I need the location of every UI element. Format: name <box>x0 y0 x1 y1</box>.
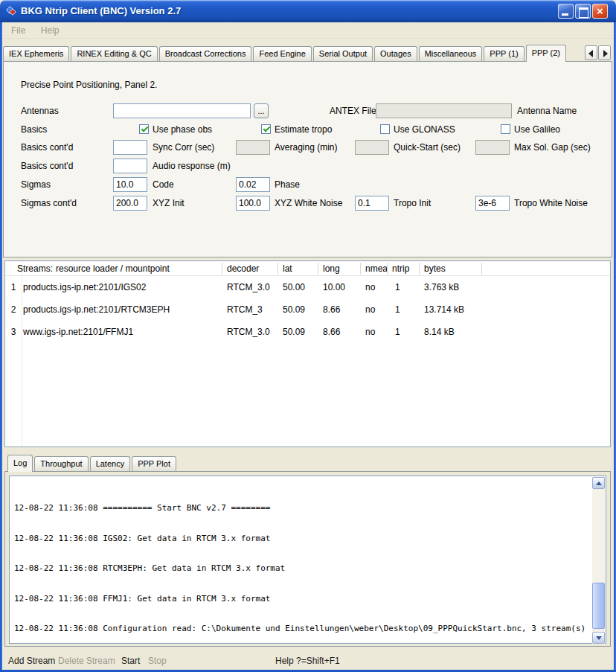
lat-cell: 50.09 <box>283 321 305 343</box>
log-lines: 12-08-22 11:36:08 ========== Start BNC v… <box>10 477 591 642</box>
xyz-init-input[interactable] <box>113 196 147 211</box>
start-button[interactable]: Start <box>121 656 140 666</box>
nmea-cell: no <box>365 298 375 321</box>
tab-serial-output[interactable]: Serial Output <box>313 46 373 61</box>
decoder-cell: RTCM_3 <box>227 298 263 321</box>
tab-outages[interactable]: Outages <box>374 46 417 61</box>
streams-table: Streams: resource loader / mountpoint de… <box>4 260 611 447</box>
ntrip-cell: 1 <box>395 321 400 343</box>
ntrip-cell: 1 <box>395 276 400 298</box>
audio-response-input[interactable] <box>113 159 147 173</box>
log-line: 12-08-22 11:36:08 RTCM3EPH: Get data in … <box>14 563 591 574</box>
close-button[interactable] <box>592 4 608 19</box>
sigma-code-input[interactable] <box>113 177 147 192</box>
tab-ppp-plot[interactable]: PPP Plot <box>132 456 176 471</box>
row-number: 1 <box>5 276 22 298</box>
antex-file-input[interactable] <box>113 103 251 118</box>
window-border-left <box>0 21 2 670</box>
tab-ppp-1[interactable]: PPP (1) <box>484 46 524 61</box>
use-galileo-checkbox[interactable] <box>501 124 510 134</box>
minimize-button[interactable] <box>558 4 574 19</box>
lat-cell: 50.09 <box>283 298 305 321</box>
app-icon <box>5 5 17 17</box>
decoder-cell: RTCM_3.0 <box>227 276 270 298</box>
stream-row-2[interactable]: 2 products.igs-ip.net:2101/RTCM3EPH RTCM… <box>5 298 610 321</box>
delete-stream-button[interactable]: Delete Stream <box>58 656 115 666</box>
use-galileo-label: Use Galileo <box>514 124 560 135</box>
sigmas-contd-label: Sigmas cont'd <box>21 198 77 208</box>
row-number: 3 <box>5 321 22 343</box>
log-scrollbar[interactable] <box>592 477 605 644</box>
averaging-label: Averaging (min) <box>275 142 337 153</box>
log-line: 12-08-22 11:36:08 Configuration read: C:… <box>14 624 591 634</box>
stop-button[interactable]: Stop <box>148 656 167 666</box>
footer-bar: Add Stream Delete Stream Start Stop Help… <box>2 649 614 670</box>
streams-header-title: Streams: <box>17 261 53 276</box>
tab-scroll-left-button[interactable] <box>585 45 597 60</box>
log-output[interactable]: 12-08-22 11:36:08 ========== Start BNC v… <box>9 476 606 644</box>
use-glonass-label: Use GLONASS <box>394 124 455 135</box>
tab-broadcast-corrections[interactable]: Broadcast Corrections <box>159 46 252 61</box>
bytes-cell: 8.14 kB <box>424 321 455 343</box>
tab-feed-engine[interactable]: Feed Engine <box>253 46 311 61</box>
antex-browse-button[interactable]: ... <box>254 103 269 118</box>
antenna-name-label: Antenna Name <box>517 106 577 116</box>
xyz-white-noise-label: XYZ White Noise <box>275 198 342 208</box>
antennas-label: Antennas <box>21 106 59 116</box>
output-tab-bar: Log Throughput Latency PPP Plot <box>7 455 178 471</box>
sigma-phase-input[interactable] <box>236 177 270 192</box>
averaging-input <box>236 140 270 155</box>
basics-contd-label: Basics cont'd <box>21 142 73 153</box>
quick-start-input <box>355 140 389 155</box>
menu-help[interactable]: Help <box>35 22 65 39</box>
xyz-white-noise-input[interactable] <box>236 196 270 211</box>
estimate-tropo-checkbox[interactable] <box>261 124 271 134</box>
tab-log[interactable]: Log <box>7 455 33 472</box>
scroll-up-icon[interactable] <box>592 477 605 489</box>
col-mountpoint: resource loader / mountpoint <box>56 261 170 276</box>
use-phase-obs-label: Use phase obs <box>153 124 212 135</box>
streams-header: Streams: resource loader / mountpoint de… <box>5 261 610 276</box>
ntrip-cell: 1 <box>395 298 400 321</box>
nmea-cell: no <box>365 276 375 298</box>
log-line: 12-08-22 11:36:08 FFMJ1: Get data in RTC… <box>14 594 591 604</box>
use-phase-obs-checkbox[interactable] <box>139 124 149 134</box>
add-stream-button[interactable]: Add Stream <box>8 656 55 666</box>
use-glonass-checkbox[interactable] <box>380 124 390 134</box>
antenna-name-field <box>376 103 512 118</box>
maximize-button[interactable] <box>575 4 591 19</box>
stream-row-3[interactable]: 3 www.igs-ip.net:2101/FFMJ1 RTCM_3.0 50.… <box>5 321 610 343</box>
mountpoint-cell: www.igs-ip.net:2101/FFMJ1 <box>23 321 133 343</box>
col-lat: lat <box>283 261 292 276</box>
mountpoint-cell: products.igs-ip.net:2101/IGS02 <box>23 276 146 298</box>
audio-response-label: Audio response (m) <box>153 161 231 171</box>
tab-throughput[interactable]: Throughput <box>34 456 88 471</box>
max-sol-gap-label: Max Sol. Gap (sec) <box>514 142 591 153</box>
quick-start-label: Quick-Start (sec) <box>394 142 461 153</box>
scroll-thumb[interactable] <box>592 583 605 629</box>
tropo-init-label: Tropo Init <box>394 198 431 208</box>
estimate-tropo-label: Estimate tropo <box>275 124 332 135</box>
antex-file-label: ANTEX File <box>330 106 376 116</box>
tab-scroll-right-button[interactable] <box>598 45 611 60</box>
tropo-init-input[interactable] <box>355 196 389 211</box>
long-cell: 8.66 <box>323 321 340 343</box>
sync-corr-input[interactable] <box>113 140 147 155</box>
tab-rinex-editing-qc[interactable]: RINEX Editing & QC <box>71 46 157 61</box>
bnc-window: BKG Ntrip Client (BNC) Version 2.7 File … <box>0 0 616 672</box>
basics-contd2-label: Basics cont'd <box>21 161 73 171</box>
tab-latency[interactable]: Latency <box>90 456 131 471</box>
menu-file[interactable]: File <box>5 22 31 39</box>
tropo-white-noise-input[interactable] <box>475 196 510 211</box>
stream-row-1[interactable]: 1 products.igs-ip.net:2101/IGS02 RTCM_3.… <box>5 276 610 298</box>
tab-miscellaneous[interactable]: Miscellaneous <box>419 46 483 61</box>
scroll-down-icon[interactable] <box>592 632 605 644</box>
panel-heading: Precise Point Positioning, Panel 2. <box>21 80 157 90</box>
tab-rinex-ephemeris[interactable]: IEX Ephemeris <box>3 46 69 61</box>
row-number: 2 <box>5 298 22 321</box>
log-line: 12-08-22 11:36:08 ========== Start BNC v… <box>14 503 591 513</box>
sigma-phase-label: Phase <box>275 179 300 190</box>
sigma-code-label: Code <box>153 179 174 190</box>
titlebar[interactable]: BKG Ntrip Client (BNC) Version 2.7 <box>0 0 616 22</box>
tab-ppp-2[interactable]: PPP (2) <box>526 45 566 62</box>
